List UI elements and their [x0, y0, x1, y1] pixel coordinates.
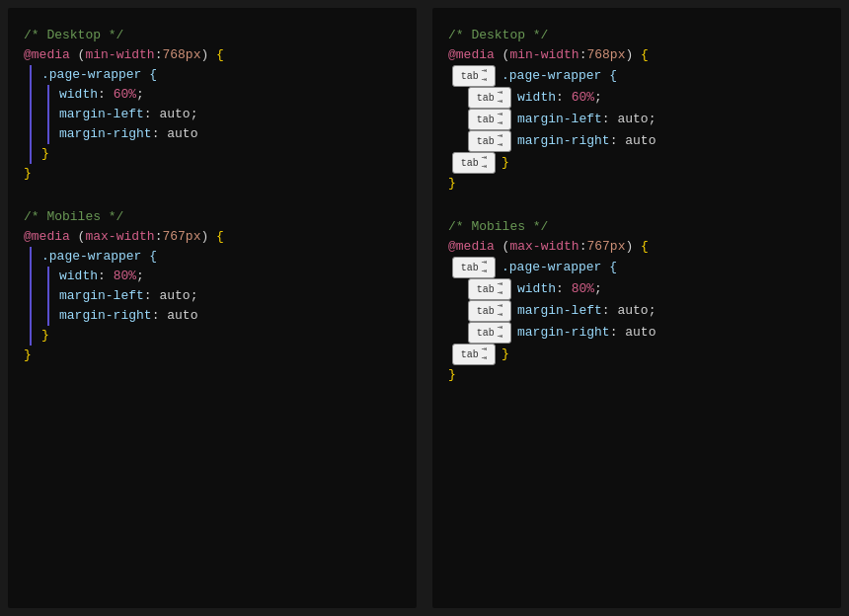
mobile-close-selector: }	[41, 326, 401, 346]
r-mr-line: tab ⇥⇥ margin-right: auto	[448, 130, 825, 152]
right-panel: /* Desktop */ @media (min-width:768px) {…	[432, 8, 841, 608]
r-mobile-mr-line: tab ⇥⇥ margin-right: auto	[448, 322, 825, 344]
tab-button-mr[interactable]: tab ⇥⇥	[468, 130, 511, 152]
margin-left-line: margin-left: auto;	[59, 105, 401, 124]
r-mobile-ml-line: tab ⇥⇥ margin-left: auto;	[448, 300, 825, 322]
margin-right-line: margin-right: auto	[59, 124, 401, 144]
desktop-comment-line: /* Desktop */	[24, 26, 401, 45]
tab-button-mobile-mr[interactable]: tab ⇥⇥	[468, 322, 511, 344]
r-width-line: tab ⇥⇥ width: 60%;	[448, 87, 825, 109]
mobile-comment-line: /* Mobiles */	[24, 207, 401, 227]
mobile-block-right: /* Mobiles */ @media (max-width:767px) {…	[448, 217, 825, 385]
tab-button-width[interactable]: tab ⇥⇥	[468, 87, 511, 109]
left-panel: /* Desktop */ @media (min-width:768px) {…	[8, 8, 417, 608]
desktop-media-line: @media (min-width:768px) {	[24, 45, 401, 65]
outer-indent-block: .page-wrapper { width: 60%; margin-left:…	[24, 65, 401, 164]
r-mobile-close-inner-line: tab ⇥⇥ }	[448, 344, 825, 365]
r-close-outer-line: }	[448, 174, 825, 193]
mobile-outer-line	[30, 247, 32, 346]
r-ml-line: tab ⇥⇥ margin-left: auto;	[448, 109, 825, 130]
mobile-inner-line	[47, 267, 49, 326]
r-mobile-close-outer-line: }	[448, 365, 825, 385]
media-query-paren: (	[78, 45, 86, 65]
mobile-width-line: width: 80%;	[59, 267, 401, 286]
outer-indent-line	[30, 65, 32, 164]
mobile-outer-indent: .page-wrapper { width: 80%; margin-left:…	[24, 247, 401, 346]
mobile-media-line: @media (max-width:767px) {	[24, 227, 401, 247]
desktop-comment: /* Desktop */	[24, 26, 123, 45]
tab-button-mobile-ml[interactable]: tab ⇥⇥	[468, 300, 511, 322]
mobile-ml-line: margin-left: auto;	[59, 286, 401, 306]
r-mobile-selector-line: tab ⇥⇥ .page-wrapper {	[448, 257, 825, 278]
tab-button-ml[interactable]: tab ⇥⇥	[468, 109, 511, 130]
tab-button-mobile-selector[interactable]: tab ⇥⇥	[452, 257, 496, 278]
r-selector-line: tab ⇥⇥ .page-wrapper {	[448, 65, 825, 87]
mobile-inner-indent: width: 80%; margin-left: auto; margin-ri…	[41, 267, 401, 326]
mobile-selector-line: .page-wrapper {	[41, 247, 401, 267]
r-desktop-media-line: @media (min-width:768px) {	[448, 45, 825, 65]
close-selector-line: }	[41, 144, 401, 164]
desktop-block-right: /* Desktop */ @media (min-width:768px) {…	[448, 26, 825, 193]
r-mobile-media-line: @media (max-width:767px) {	[448, 237, 825, 257]
mobile-block-left: /* Mobiles */ @media (max-width:767px) {…	[24, 207, 401, 365]
desktop-block-left: /* Desktop */ @media (min-width:768px) {…	[24, 26, 401, 184]
mobile-comment: /* Mobiles */	[24, 207, 123, 227]
selector-line: .page-wrapper {	[41, 65, 401, 85]
at-media-keyword: @media	[24, 45, 78, 65]
r-close-inner-line: tab ⇥⇥ }	[448, 152, 825, 174]
tab-button-mobile-close-inner[interactable]: tab ⇥⇥	[452, 344, 496, 365]
tab-button-close-inner[interactable]: tab ⇥⇥	[452, 152, 496, 174]
tab-button-selector[interactable]: tab ⇥⇥	[452, 65, 496, 87]
inner-indent-line	[47, 85, 49, 144]
tab-button-mobile-width[interactable]: tab ⇥⇥	[468, 278, 511, 300]
r-desktop-comment-line: /* Desktop */	[448, 26, 825, 45]
inner-indent-block: width: 60%; margin-left: auto; margin-ri…	[41, 85, 401, 144]
mobile-close-media: }	[24, 346, 401, 365]
close-media-line: }	[24, 164, 401, 184]
r-mobile-comment-line: /* Mobiles */	[448, 217, 825, 237]
r-mobile-width-line: tab ⇥⇥ width: 80%;	[448, 278, 825, 300]
mobile-mr-line: margin-right: auto	[59, 306, 401, 326]
width-line: width: 60%;	[59, 85, 401, 105]
